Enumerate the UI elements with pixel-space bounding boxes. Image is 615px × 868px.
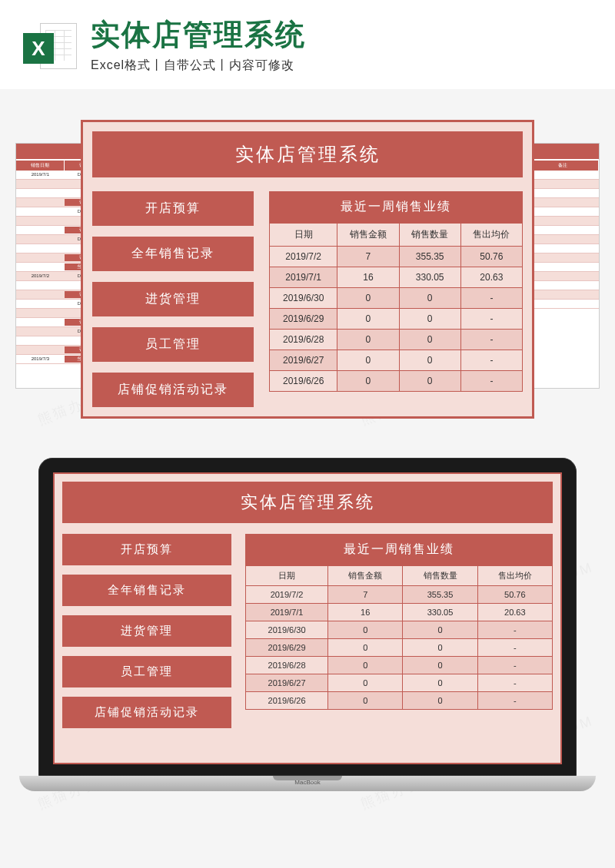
- table-cell: 0: [337, 308, 399, 329]
- table-row: 2019/7/27355.3550.76: [246, 585, 553, 603]
- menu-button-4[interactable]: 店铺促销活动记录: [62, 697, 231, 728]
- table-cell: 0: [328, 691, 403, 709]
- table-cell: 0: [399, 287, 460, 308]
- table-header: 销售数量: [399, 223, 460, 246]
- table-cell: 16: [328, 603, 403, 621]
- table-row: 2019/6/2800-: [246, 656, 553, 674]
- main-dashboard-card: 实体店管理系统 开店预算全年销售记录进货管理员工管理店铺促销活动记录 最近一周销…: [81, 120, 534, 419]
- table-cell: -: [460, 350, 522, 370]
- table-header: 日期: [270, 223, 337, 246]
- table-cell: -: [460, 287, 522, 308]
- table-cell: 16: [337, 267, 399, 287]
- table-cell: -: [460, 329, 522, 350]
- table-row: 2019/6/2600-: [270, 370, 523, 391]
- table-cell: 2019/7/2: [246, 585, 328, 603]
- table-row: 2019/6/2900-: [246, 638, 553, 656]
- table-header: 售出均价: [460, 223, 522, 246]
- header-title: 实体店管理系统: [91, 19, 592, 51]
- table-cell: -: [477, 674, 552, 691]
- menu-button-4[interactable]: 店铺促销活动记录: [92, 373, 254, 407]
- preview-zone: 销售日期订单编号自编货品码 2019/7/1DD701001A001A002A0…: [0, 89, 615, 427]
- laptop-screen: 实体店管理系统 开店预算全年销售记录进货管理员工管理店铺促销活动记录 最近一周销…: [53, 472, 562, 764]
- table-cell: 7: [337, 246, 399, 267]
- table-cell: 0: [337, 370, 399, 391]
- menu-button-0[interactable]: 开店预算: [62, 534, 231, 565]
- table-cell: 0: [403, 674, 477, 691]
- table-row: 2019/7/116330.0520.63: [270, 267, 523, 287]
- table-cell: -: [477, 621, 552, 638]
- data-panel-title: 最近一周销售业绩: [269, 191, 523, 223]
- header-subtitle: Excel格式丨自带公式丨内容可修改: [91, 58, 592, 74]
- table-cell: 0: [403, 621, 477, 638]
- data-panel-title: 最近一周销售业绩: [245, 534, 553, 565]
- table-row: 2019/6/3000-: [246, 621, 553, 638]
- table-row: 2019/7/116330.0520.63: [246, 603, 553, 621]
- table-row: 2019/6/2700-: [270, 350, 523, 370]
- excel-x-badge: X: [23, 33, 54, 64]
- page-header: X 实体店管理系统 Excel格式丨自带公式丨内容可修改: [0, 0, 615, 89]
- laptop-mockup: 实体店管理系统 开店预算全年销售记录进货管理员工管理店铺促销活动记录 最近一周销…: [38, 458, 577, 791]
- table-cell: 2019/6/30: [270, 287, 337, 308]
- table-cell: 2019/6/27: [270, 350, 337, 370]
- table-header: 售出均价: [477, 565, 552, 585]
- table-cell: -: [460, 308, 522, 329]
- table-header: 销售金额: [337, 223, 399, 246]
- menu-column: 开店预算全年销售记录进货管理员工管理店铺促销活动记录: [92, 191, 254, 407]
- table-header: 日期: [246, 565, 328, 585]
- sales-table: 日期销售金额销售数量售出均价 2019/7/27355.3550.762019/…: [245, 565, 553, 710]
- menu-button-1[interactable]: 全年销售记录: [62, 575, 231, 606]
- table-cell: 7: [328, 585, 403, 603]
- table-cell: 2019/6/29: [270, 308, 337, 329]
- table-cell: 0: [399, 370, 460, 391]
- table-cell: 2019/6/30: [246, 621, 328, 638]
- table-row: 2019/6/2900-: [270, 308, 523, 329]
- table-cell: 2019/6/28: [270, 329, 337, 350]
- table-header: 销售金额: [328, 565, 403, 585]
- table-cell: 330.05: [399, 267, 460, 287]
- table-cell: 50.76: [460, 246, 522, 267]
- table-header: 销售数量: [403, 565, 477, 585]
- table-cell: 2019/7/1: [270, 267, 337, 287]
- table-cell: 2019/6/26: [246, 691, 328, 709]
- table-cell: -: [460, 370, 522, 391]
- menu-button-2[interactable]: 进货管理: [92, 282, 254, 316]
- table-cell: 20.63: [477, 603, 552, 621]
- table-cell: 355.35: [403, 585, 477, 603]
- menu-button-0[interactable]: 开店预算: [92, 191, 254, 226]
- table-row: 2019/6/2600-: [246, 691, 553, 709]
- table-cell: 0: [328, 638, 403, 656]
- table-cell: 2019/7/2: [270, 246, 337, 267]
- table-cell: 355.35: [399, 246, 460, 267]
- table-cell: 2019/6/26: [270, 370, 337, 391]
- table-cell: 0: [337, 287, 399, 308]
- table-cell: 2019/6/28: [246, 656, 328, 674]
- card-title: 实体店管理系统: [62, 482, 553, 523]
- table-cell: 0: [399, 350, 460, 370]
- table-cell: 0: [337, 350, 399, 370]
- laptop-base: MacBook: [19, 776, 596, 791]
- menu-button-3[interactable]: 员工管理: [92, 327, 254, 362]
- sales-table: 日期销售金额销售数量售出均价 2019/7/27355.3550.762019/…: [269, 223, 523, 392]
- table-cell: 0: [328, 674, 403, 691]
- table-cell: -: [477, 638, 552, 656]
- table-cell: 20.63: [460, 267, 522, 287]
- table-cell: 0: [328, 621, 403, 638]
- menu-button-3[interactable]: 员工管理: [62, 656, 231, 687]
- table-row: 2019/6/2700-: [246, 674, 553, 691]
- table-cell: 0: [403, 656, 477, 674]
- table-cell: 0: [337, 329, 399, 350]
- data-column: 最近一周销售业绩 日期销售金额销售数量售出均价 2019/7/27355.355…: [269, 191, 523, 407]
- table-row: 2019/6/2800-: [270, 329, 523, 350]
- laptop-brand-label: MacBook: [294, 779, 320, 786]
- card-title: 实体店管理系统: [92, 131, 523, 177]
- table-cell: 0: [403, 691, 477, 709]
- table-cell: 330.05: [403, 603, 477, 621]
- table-cell: 0: [403, 638, 477, 656]
- menu-button-1[interactable]: 全年销售记录: [92, 237, 254, 271]
- table-cell: 0: [399, 308, 460, 329]
- table-cell: 2019/7/1: [246, 603, 328, 621]
- table-row: 2019/6/3000-: [270, 287, 523, 308]
- laptop-mockup-zone: 实体店管理系统 开店预算全年销售记录进货管理员工管理店铺促销活动记录 最近一周销…: [0, 427, 615, 814]
- menu-button-2[interactable]: 进货管理: [62, 615, 231, 647]
- data-column: 最近一周销售业绩 日期销售金额销售数量售出均价 2019/7/27355.355…: [245, 534, 553, 728]
